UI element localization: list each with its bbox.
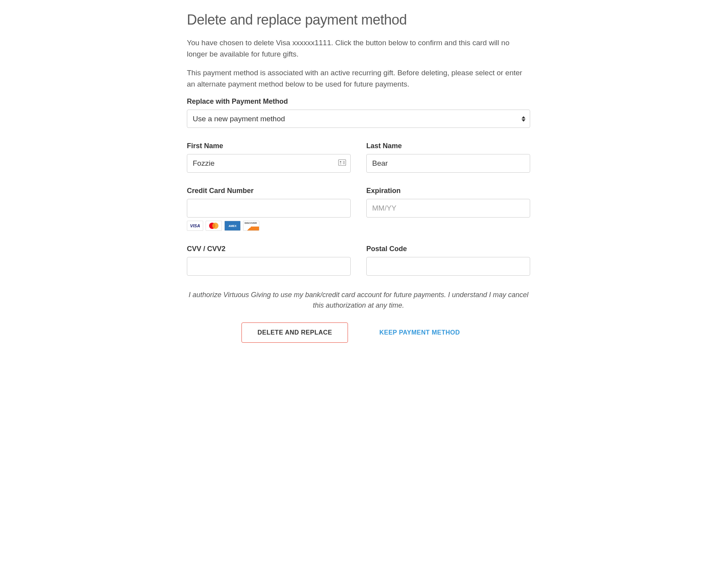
cvv-label: CVV / CVV2 [187,245,351,253]
cc-number-label: Credit Card Number [187,187,351,195]
replace-method-select[interactable]: Use a new payment method [187,110,530,128]
expiration-label: Expiration [366,187,530,195]
accepted-cards-row: VISA AMEX DISCOVER [187,221,351,231]
cvv-input[interactable] [187,257,351,276]
amex-icon: AMEX [224,221,241,231]
postal-code-label: Postal Code [366,245,530,253]
last-name-input[interactable] [366,154,530,173]
cc-number-input[interactable] [187,199,351,218]
discover-icon: DISCOVER [243,221,259,231]
first-name-input[interactable] [187,154,351,173]
delete-replace-payment-form: Delete and replace payment method You ha… [179,12,538,343]
mastercard-icon [206,221,222,231]
first-name-label: First Name [187,142,351,150]
replace-method-label: Replace with Payment Method [187,97,530,106]
last-name-label: Last Name [366,142,530,150]
confirm-delete-text: You have chosen to delete Visa xxxxxx111… [187,37,530,60]
recurring-warning-text: This payment method is associated with a… [187,67,530,90]
postal-code-input[interactable] [366,257,530,276]
authorization-text: I authorize Virtuous Giving to use my ba… [187,290,530,311]
delete-and-replace-button[interactable]: DELETE AND REPLACE [241,322,348,343]
keep-payment-method-button[interactable]: KEEP PAYMENT METHOD [364,323,476,342]
visa-icon: VISA [187,221,203,231]
expiration-input[interactable] [366,199,530,218]
page-title: Delete and replace payment method [187,12,530,28]
